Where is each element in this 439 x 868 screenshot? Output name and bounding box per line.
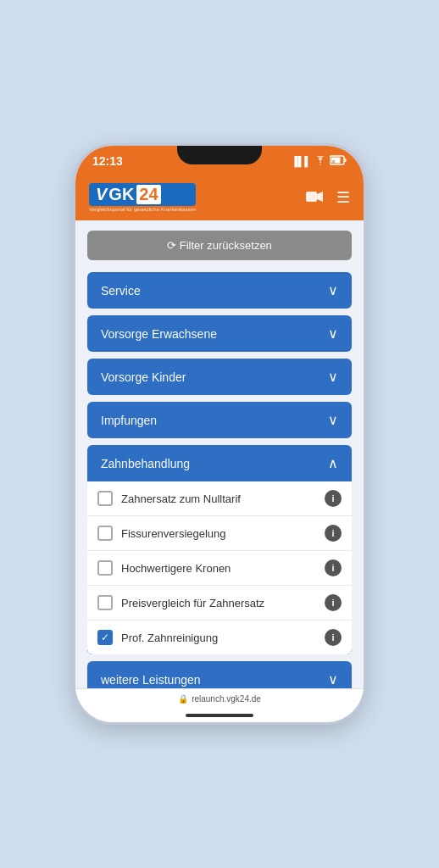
checkbox-preisvergleich[interactable] [97, 595, 113, 610]
checkbox-kronen-label: Hochwertigere Kronen [121, 562, 316, 575]
checkbox-fissurenversiegelung-label: Fissurenversiegelung [121, 527, 316, 540]
url-text: relaunch.vgk24.de [192, 694, 261, 704]
filter-reset-button[interactable]: ⟳ Filter zurücksetzen [87, 231, 352, 260]
svg-marker-5 [317, 192, 323, 202]
battery-icon: 6 [330, 155, 347, 167]
checkbox-zahnersatz[interactable] [97, 491, 113, 506]
chevron-down-icon: ∨ [328, 282, 338, 298]
accordion-service[interactable]: Service ∨ [87, 272, 352, 309]
accordion-zahnbehandlung-label: Zahnbehandlung [101, 457, 190, 470]
accordion-vorsorge-erwachsene-label: Vorsorge Erwachsene [101, 327, 217, 341]
accordion-zahnbehandlung-header[interactable]: Zahnbehandlung ∧ [87, 445, 352, 481]
phone-notch [177, 146, 262, 164]
svg-rect-1 [345, 159, 347, 162]
accordion-weitere-leistungen-label: weitere Leistungen [101, 673, 201, 687]
chevron-down-icon: ∨ [328, 369, 338, 385]
logo-24: 24 [136, 185, 160, 204]
accordion-vorsorge-kinder[interactable]: Vorsorge Kinder ∨ [87, 359, 352, 395]
svg-rect-4 [306, 192, 317, 202]
accordion-impfungen-header[interactable]: Impfungen ∨ [87, 402, 352, 438]
chevron-down-icon: ∨ [328, 412, 338, 428]
signal-icon: ▐▌▌ [292, 156, 311, 166]
accordion-zahnbehandlung[interactable]: Zahnbehandlung ∧ Zahnersatz zum Nulltari… [87, 445, 352, 654]
checkbox-preisvergleich-label: Preisvergleich für Zahnersatz [121, 597, 316, 609]
chevron-down-icon: ∨ [328, 326, 338, 342]
status-time: 12:13 [92, 154, 123, 168]
zahnbehandlung-list: Zahnersatz zum Nulltarif i Fissurenversi… [87, 481, 352, 654]
checkbox-kronen[interactable] [97, 560, 113, 576]
menu-icon[interactable]: ☰ [336, 188, 350, 207]
accordion-vorsorge-kinder-label: Vorsorge Kinder [101, 370, 186, 384]
checkbox-zahnreinigung[interactable]: ✓ [97, 630, 113, 645]
info-icon-kronen[interactable]: i [325, 559, 342, 576]
list-item: Zahnersatz zum Nulltarif i [87, 481, 352, 516]
logo-v: V [96, 185, 107, 204]
lock-icon: 🔒 [178, 694, 188, 704]
checkbox-zahnreinigung-label: Prof. Zahnreinigung [121, 632, 316, 644]
info-icon-zahnersatz[interactable]: i [325, 490, 342, 507]
accordion-vorsorge-erwachsene[interactable]: Vorsorge Erwachsene ∨ [87, 315, 352, 352]
list-item: Preisvergleich für Zahnersatz i [87, 586, 352, 620]
accordion-vorsorge-kinder-header[interactable]: Vorsorge Kinder ∨ [87, 359, 352, 395]
bottom-bar: 🔒 relaunch.vgk24.de [75, 688, 364, 709]
info-icon-zahnreinigung[interactable]: i [325, 629, 342, 646]
accordion-weitere-leistungen-header[interactable]: weitere Leistungen ∨ [87, 661, 352, 688]
info-icon-preisvergleich[interactable]: i [325, 594, 342, 611]
accordion-impfungen-label: Impfungen [101, 414, 157, 427]
accordion-weitere-leistungen[interactable]: weitere Leistungen ∨ [87, 661, 352, 688]
list-item: Hochwertigere Kronen i [87, 551, 352, 586]
wifi-icon [314, 156, 326, 167]
checkbox-fissurenversiegelung[interactable] [97, 526, 113, 541]
logo-subtitle: Vergleichsportal für gesetzliche Kranken… [89, 207, 196, 212]
info-icon-fissurenversiegelung[interactable]: i [325, 525, 342, 542]
status-icons: ▐▌▌ 6 [292, 155, 347, 167]
accordion-service-header[interactable]: Service ∨ [87, 272, 352, 309]
chevron-up-icon: ∧ [328, 455, 338, 471]
logo-container: V GK 24 Vergleichsportal für gesetzliche… [89, 183, 196, 212]
logo-badge: V GK 24 [89, 183, 196, 206]
list-item: ✓ Prof. Zahnreinigung i [87, 620, 352, 654]
home-bar [186, 714, 253, 717]
header-icons: ☰ [306, 188, 350, 207]
video-icon[interactable] [306, 189, 323, 207]
checkbox-zahnersatz-label: Zahnersatz zum Nulltarif [121, 492, 316, 505]
home-indicator [75, 709, 364, 722]
logo-gk: GK [108, 185, 134, 204]
accordion-service-label: Service [101, 284, 141, 298]
list-item: Fissurenversiegelung i [87, 516, 352, 551]
main-content[interactable]: ⟳ Filter zurücksetzen Service ∨ Vorsorge… [75, 220, 364, 688]
accordion-impfungen[interactable]: Impfungen ∨ [87, 402, 352, 438]
accordion-vorsorge-erwachsene-header[interactable]: Vorsorge Erwachsene ∨ [87, 315, 352, 352]
phone-frame: 12:13 ▐▌▌ 6 [75, 146, 364, 722]
app-header: V GK 24 Vergleichsportal für gesetzliche… [75, 176, 364, 220]
chevron-down-icon: ∨ [328, 671, 338, 687]
